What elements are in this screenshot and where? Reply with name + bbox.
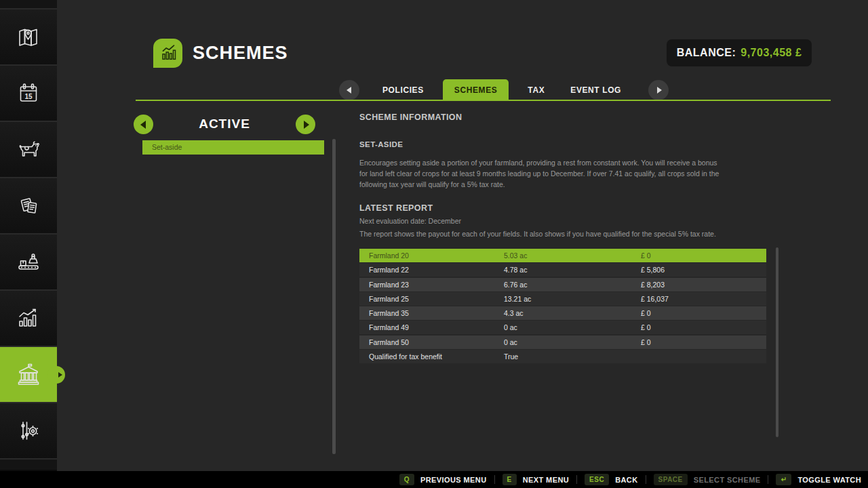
- page-title: SCHEMES: [193, 43, 288, 64]
- report-table: Farmland 20 5.03 ac £ 0 Farmland 22 4.78…: [359, 249, 766, 364]
- row-payout: £ 0: [641, 251, 766, 260]
- sidebar-item-partial-top: [0, 0, 57, 9]
- arrow-right-icon: [304, 121, 309, 129]
- balance-label: BALANCE:: [677, 47, 736, 59]
- calendar-icon: 15: [15, 80, 42, 107]
- statistics-icon: [14, 305, 43, 332]
- row-field-name: Farmland 49: [369, 323, 504, 331]
- tab-schemes[interactable]: SCHEMES: [443, 79, 509, 101]
- tabs-prev-button[interactable]: [339, 80, 359, 100]
- sidebar-item-map[interactable]: [0, 9, 57, 66]
- row-field-name: Farmland 20: [369, 251, 504, 260]
- active-item-arrow-icon: [58, 372, 62, 378]
- shortcut-label: NEXT MENU: [523, 476, 569, 484]
- tab-bar: POLICIES SCHEMES TAX EVENT LOG: [339, 79, 669, 101]
- shortcut-label: PREVIOUS MENU: [420, 476, 487, 484]
- schemes-screen: 15: [0, 0, 868, 488]
- row-field-name: Qualified for tax benefit: [369, 352, 504, 361]
- key-enter-badge: ↵: [776, 474, 791, 485]
- shortcut-label: TOGGLE WATCH: [797, 476, 861, 484]
- sidebar-menu: 15: [0, 0, 57, 471]
- evaluation-date-text: Next evaluation date: December: [359, 216, 461, 227]
- tab-tax[interactable]: TAX: [525, 85, 547, 95]
- tab-event-log[interactable]: EVENT LOG: [568, 85, 624, 95]
- chevron-right-icon: [657, 87, 662, 94]
- report-note-text: The report shows the payout for each of …: [359, 229, 739, 240]
- tabs-next-button[interactable]: [648, 80, 669, 100]
- table-row[interactable]: Farmland 25 13.21 ac £ 16,037: [359, 292, 766, 306]
- table-row[interactable]: Farmland 22 4.78 ac £ 5,806: [359, 263, 766, 277]
- balance-badge: BALANCE: 9,703,458 £: [667, 39, 812, 66]
- sidebar-item-statistics[interactable]: [0, 291, 57, 347]
- settings-sliders-icon: [14, 417, 43, 445]
- shortcut-label: BACK: [615, 476, 637, 484]
- content-scrollbar[interactable]: [776, 247, 778, 437]
- cow-icon: [14, 136, 43, 163]
- shortcut-divider: [768, 475, 768, 484]
- row-field-name: Farmland 23: [369, 281, 504, 289]
- sidebar-item-bank-schemes[interactable]: [0, 347, 57, 403]
- scheme-list-next-button[interactable]: [296, 115, 315, 134]
- shortcut-divider: [576, 475, 577, 484]
- row-field-name: Farmland 35: [369, 309, 504, 317]
- key-e-badge: E: [502, 474, 517, 485]
- row-area: 6.76 ac: [504, 281, 641, 289]
- row-payout: £ 0: [641, 309, 766, 317]
- scheme-description: Encourages setting aside a portion of yo…: [359, 158, 726, 190]
- balance-value: 9,703,458 £: [741, 47, 802, 59]
- arrow-left-icon: [140, 121, 146, 129]
- row-field-name: Farmland 50: [369, 338, 504, 346]
- table-row[interactable]: Farmland 35 4.3 ac £ 0: [359, 306, 766, 320]
- table-row[interactable]: Farmland 20 5.03 ac £ 0: [359, 249, 766, 262]
- key-esc-badge: ESC: [585, 474, 609, 485]
- sidebar-item-calendar[interactable]: 15: [0, 66, 57, 122]
- row-area: 0 ac: [504, 323, 641, 331]
- shortcut-next-menu[interactable]: E NEXT MENU: [502, 474, 570, 485]
- scheme-name-heading: SET-ASIDE: [359, 140, 403, 148]
- map-icon: [15, 24, 42, 51]
- chevron-left-icon: [347, 87, 351, 94]
- row-field-name: Farmland 25: [369, 295, 504, 303]
- shortcut-divider: [494, 475, 495, 484]
- row-area: 13.21 ac: [504, 295, 641, 303]
- scheme-list-scrollbar[interactable]: [332, 139, 336, 454]
- calendar-day-label: 15: [24, 92, 33, 100]
- active-item-notch: [47, 366, 65, 384]
- table-row[interactable]: Farmland 50 0 ac £ 0: [359, 336, 766, 349]
- key-q-badge: Q: [399, 474, 414, 485]
- sidebar-item-animals[interactable]: [0, 122, 57, 178]
- shortcut-previous-menu[interactable]: Q PREVIOUS MENU: [399, 474, 487, 485]
- shortcut-bar: Q PREVIOUS MENU E NEXT MENU ESC BACK SPA…: [0, 471, 868, 488]
- key-space-badge: SPACE: [654, 474, 688, 485]
- table-row[interactable]: Qualified for tax benefit True: [359, 350, 766, 363]
- row-payout: £ 16,037: [641, 295, 766, 303]
- row-area: 0 ac: [504, 338, 641, 346]
- page-icon-bubble: [153, 39, 182, 68]
- scheme-list-item-set-aside[interactable]: Set-aside: [142, 140, 324, 155]
- sidebar-item-partial-bottom: [0, 460, 57, 470]
- section-title-scheme-information: SCHEME INFORMATION: [359, 113, 462, 122]
- shortcut-select-scheme: SPACE SELECT SCHEME: [654, 474, 761, 485]
- row-area: 4.3 ac: [504, 309, 641, 317]
- sidebar-item-settings[interactable]: [0, 403, 57, 460]
- table-row[interactable]: Farmland 49 0 ac £ 0: [359, 321, 766, 334]
- row-area: 4.78 ac: [504, 266, 641, 274]
- sidebar-item-production[interactable]: [0, 235, 57, 291]
- shortcut-label: SELECT SCHEME: [694, 476, 761, 484]
- table-row[interactable]: Farmland 23 6.76 ac £ 8,203: [359, 278, 766, 291]
- row-payout: £ 0: [641, 338, 766, 346]
- shortcut-divider: [646, 475, 646, 484]
- shortcut-back[interactable]: ESC BACK: [585, 474, 637, 485]
- row-area: True: [504, 352, 641, 361]
- tab-policies[interactable]: POLICIES: [380, 85, 427, 95]
- documents-icon: [15, 192, 42, 220]
- row-field-name: Farmland 22: [369, 266, 504, 274]
- bank-icon: [14, 361, 43, 389]
- row-payout: £ 5,806: [641, 266, 766, 274]
- scheme-list-prev-button[interactable]: [134, 115, 153, 134]
- row-area: 5.03 ac: [504, 251, 641, 260]
- sidebar-item-documents[interactable]: [0, 178, 57, 235]
- row-payout: £ 8,203: [641, 281, 766, 289]
- shortcut-toggle-watch[interactable]: ↵ TOGGLE WATCH: [776, 474, 861, 485]
- section-title-latest-report: LATEST REPORT: [359, 203, 433, 213]
